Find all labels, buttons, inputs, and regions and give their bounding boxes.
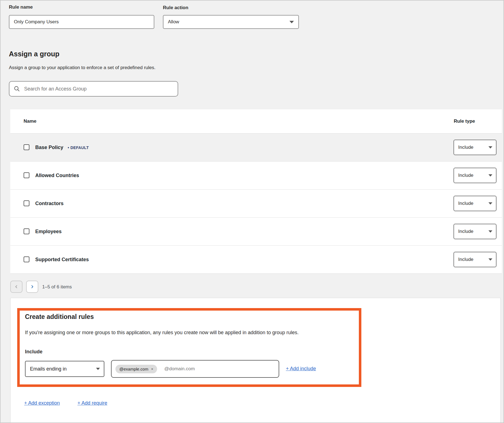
search-icon [14, 86, 20, 92]
row-name-label: Supported Certificates [35, 257, 89, 263]
email-domain-input[interactable]: @example.com × @domain.com [111, 360, 279, 378]
group-table-body: Base PolicyDEFAULT Include Allowed Count… [10, 133, 502, 273]
chevron-down-icon [488, 174, 492, 177]
add-include-link[interactable]: + Add include [286, 366, 316, 372]
rule-action-value: Allow [168, 19, 179, 25]
rule-name-input[interactable]: Only Company Users [9, 15, 154, 29]
row-name-label: Employees [35, 229, 62, 235]
table-row: Base PolicyDEFAULT Include [10, 133, 502, 161]
add-require-link[interactable]: + Add require [77, 400, 107, 406]
chevron-left-icon [14, 285, 18, 289]
additional-rules-heading: Create additional rules [25, 313, 94, 321]
row-checkbox[interactable] [24, 256, 29, 262]
rule-type-select[interactable]: Include [453, 168, 497, 183]
email-domain-placeholder: @domain.com [164, 366, 195, 372]
row-name-label: Contractors [35, 201, 64, 207]
include-condition-select[interactable]: Emails ending in [25, 361, 104, 377]
previous-page-button[interactable] [10, 281, 22, 293]
row-name-label: Allowed Countries [35, 173, 79, 178]
pagination-status: 1–5 of 6 items [42, 284, 72, 290]
rule-type-select[interactable]: Include [453, 196, 497, 211]
table-row: Allowed Countries Include [10, 161, 502, 189]
default-badge: DEFAULT [68, 145, 89, 150]
column-header-name: Name [24, 119, 36, 124]
rule-name-value: Only Company Users [14, 19, 59, 25]
rule-type-select[interactable]: Include [453, 140, 497, 155]
row-name-label: Base PolicyDEFAULT [35, 145, 89, 150]
chevron-down-icon [289, 21, 294, 23]
access-rule-page: Rule name Only Company Users Rule action… [0, 0, 504, 423]
include-condition-value: Emails ending in [30, 366, 67, 372]
chevron-down-icon [488, 202, 492, 205]
rule-action-select[interactable]: Allow [163, 15, 299, 29]
rule-type-select[interactable]: Include [453, 252, 497, 267]
table-row: Employees Include [10, 217, 502, 245]
tag-label: @example.com [119, 367, 148, 371]
include-section-label: Include [25, 349, 42, 355]
chevron-down-icon [488, 258, 492, 261]
rule-type-select[interactable]: Include [453, 224, 497, 239]
row-checkbox[interactable] [24, 200, 29, 206]
additional-rules-description: If you're assigning one or more groups t… [25, 330, 352, 336]
table-row: Contractors Include [10, 189, 502, 217]
chevron-down-icon [488, 230, 492, 233]
table-row: Supported Certificates Include [10, 245, 502, 273]
row-checkbox[interactable] [24, 172, 29, 178]
table-header-row: Name Rule type [10, 109, 502, 133]
email-domain-tag: @example.com × [115, 365, 157, 373]
column-header-rule-type: Rule type [454, 119, 475, 124]
row-checkbox[interactable] [24, 144, 29, 150]
rule-name-label: Rule name [9, 4, 33, 10]
assign-group-description: Assign a group to your application to en… [9, 65, 155, 70]
chevron-down-icon [96, 368, 100, 370]
next-page-button[interactable] [26, 281, 38, 293]
chevron-right-icon [30, 285, 34, 289]
row-checkbox[interactable] [24, 228, 29, 234]
add-exception-link[interactable]: + Add exception [24, 400, 60, 406]
assign-group-heading: Assign a group [9, 50, 59, 58]
access-group-table: Name Rule type Base PolicyDEFAULT Includ… [10, 109, 502, 274]
remove-tag-icon[interactable]: × [151, 367, 153, 371]
chevron-down-icon [488, 146, 492, 148]
rule-action-label: Rule action [163, 5, 188, 11]
search-placeholder: Search for an Access Group [24, 86, 87, 92]
access-group-search-input[interactable]: Search for an Access Group [9, 81, 178, 97]
